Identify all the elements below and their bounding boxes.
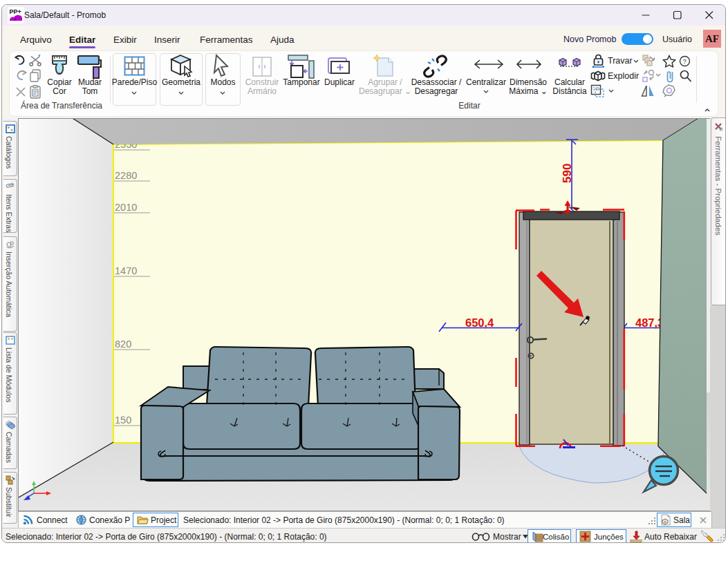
svg-text:?: ? [682,57,686,65]
svg-text:820: 820 [115,339,131,350]
svg-text:590: 590 [561,164,574,183]
svg-text:PP+: PP+ [10,8,21,15]
svg-text:2010: 2010 [115,202,137,213]
svg-text:150: 150 [115,415,131,426]
svg-text:1470: 1470 [115,265,137,276]
svg-text:2280: 2280 [115,170,137,181]
svg-text:650,4: 650,4 [465,316,494,329]
